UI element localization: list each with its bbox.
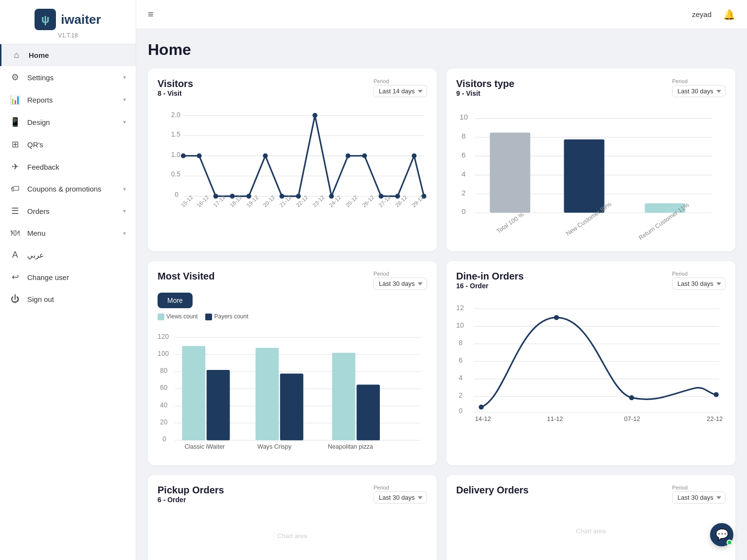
svg-text:Neapolitan pizza: Neapolitan pizza bbox=[328, 443, 373, 450]
payers-legend-label: Payers count bbox=[214, 313, 248, 320]
visitors-type-chart: 10 8 6 4 2 0 bbox=[456, 105, 726, 242]
svg-text:80: 80 bbox=[160, 367, 168, 374]
most-visited-period-select[interactable]: Last 30 days Last 14 days bbox=[374, 278, 427, 290]
nav-icon-feedback: ✈ bbox=[10, 161, 20, 172]
most-visited-legend: Views count Payers count bbox=[158, 313, 427, 320]
dine-in-card: Dine-in Orders 16 - Order Period Last 30… bbox=[446, 261, 735, 465]
chat-bubble[interactable]: 💬 bbox=[710, 523, 733, 546]
nav-label-coupons: Coupons & promotions bbox=[27, 185, 116, 193]
sidebar-item-qrs[interactable]: ⊞ QR's bbox=[0, 133, 136, 156]
sidebar-item-design[interactable]: 📱 Design ▾ bbox=[0, 111, 136, 133]
nav-label-design: Design bbox=[27, 118, 116, 126]
dine-in-subtitle: 16 - Order bbox=[456, 282, 524, 290]
nav-label-settings: Settings bbox=[27, 73, 116, 82]
svg-point-20 bbox=[346, 153, 351, 158]
menu-toggle-icon[interactable]: ≡ bbox=[148, 9, 154, 20]
delivery-chart-placeholder: Chart area bbox=[456, 507, 726, 555]
nav-label-orders: Orders bbox=[27, 207, 116, 215]
sidebar-item-feedback[interactable]: ✈ Feedback bbox=[0, 156, 136, 178]
sidebar-item-coupons[interactable]: 🏷 Coupons & promotions ▾ bbox=[0, 178, 136, 200]
dashboard-grid: Visitors 8 - Visit Period Last 14 days L… bbox=[148, 69, 735, 560]
sidebar-logo: ψ iwaiter V1.T.18 bbox=[0, 0, 136, 44]
sidebar-item-menu[interactable]: 🍽 Menu ▾ bbox=[0, 222, 136, 244]
svg-text:10: 10 bbox=[456, 321, 464, 329]
payers-legend-dot bbox=[205, 314, 212, 320]
svg-point-16 bbox=[280, 194, 285, 199]
svg-text:6: 6 bbox=[462, 151, 465, 159]
main-area: ≡ zeyad 🔔 Home Visitors 8 - Visit Period… bbox=[136, 0, 747, 560]
svg-text:60: 60 bbox=[160, 384, 168, 391]
nav-icon-orders: ☰ bbox=[10, 206, 20, 216]
pickup-subtitle: 6 - Order bbox=[158, 496, 224, 504]
nav-icon-sign-out: ⏻ bbox=[10, 294, 20, 304]
svg-text:40: 40 bbox=[160, 401, 168, 409]
visitors-type-card: Visitors type 9 - Visit Period Last 30 d… bbox=[446, 69, 735, 251]
svg-point-98 bbox=[629, 395, 634, 400]
sidebar-item-reports[interactable]: 📊 Reports ▾ bbox=[0, 88, 136, 111]
svg-point-10 bbox=[181, 153, 186, 158]
svg-point-24 bbox=[412, 153, 417, 158]
svg-text:8: 8 bbox=[462, 132, 465, 140]
svg-point-21 bbox=[362, 153, 367, 158]
nav-icon-design: 📱 bbox=[10, 117, 20, 127]
delivery-period-select[interactable]: Last 30 days Last 14 days bbox=[672, 491, 726, 504]
chevron-design-icon: ▾ bbox=[123, 119, 126, 125]
svg-text:0: 0 bbox=[459, 407, 462, 415]
nav-icon-qrs: ⊞ bbox=[10, 139, 20, 150]
visitors-type-subtitle: 9 - Visit bbox=[456, 89, 515, 97]
svg-text:Classic iWaiter: Classic iWaiter bbox=[184, 443, 225, 450]
sidebar-item-orders[interactable]: ☰ Orders ▾ bbox=[0, 200, 136, 222]
svg-text:12: 12 bbox=[456, 304, 464, 312]
visitors-period-select[interactable]: Last 14 days Last 30 days Last 7 days bbox=[374, 85, 427, 97]
svg-text:0.5: 0.5 bbox=[171, 170, 181, 178]
dine-in-period-select[interactable]: Last 30 days Last 14 days bbox=[672, 278, 726, 290]
nav-icon-coupons: 🏷 bbox=[10, 184, 20, 194]
most-visited-chart: 120 100 80 60 40 20 0 bbox=[158, 325, 427, 455]
svg-text:2.0: 2.0 bbox=[171, 111, 181, 119]
svg-rect-77 bbox=[332, 352, 356, 440]
svg-rect-74 bbox=[207, 370, 230, 440]
views-legend-label: Views count bbox=[166, 313, 197, 320]
nav-label-menu: Menu bbox=[27, 229, 116, 237]
sidebar-item-settings[interactable]: ⚙ Settings ▾ bbox=[0, 66, 136, 88]
visitors-type-period-select[interactable]: Last 30 days Last 14 days Last 7 days bbox=[672, 85, 726, 97]
page-title: Home bbox=[148, 41, 735, 59]
svg-point-15 bbox=[263, 153, 268, 158]
pickup-period-select[interactable]: Last 30 days Last 14 days bbox=[374, 491, 427, 504]
visitors-type-period-label: Period bbox=[672, 78, 726, 84]
svg-point-19 bbox=[329, 194, 334, 199]
sidebar-item-arabic[interactable]: A عربي bbox=[0, 244, 136, 266]
sidebar: ψ iwaiter V1.T.18 ⌂ Home ⚙ Settings ▾ 📊 … bbox=[0, 0, 136, 560]
svg-text:15-12: 15-12 bbox=[180, 194, 194, 209]
page-content: Home Visitors 8 - Visit Period Last 14 d… bbox=[136, 29, 747, 560]
svg-text:0: 0 bbox=[175, 191, 178, 198]
sidebar-item-home[interactable]: ⌂ Home bbox=[0, 44, 136, 66]
svg-text:2: 2 bbox=[462, 189, 465, 197]
chevron-reports-icon: ▾ bbox=[123, 96, 126, 103]
pickup-chart-placeholder: Chart area bbox=[158, 511, 427, 560]
svg-text:07-12: 07-12 bbox=[624, 415, 640, 422]
sidebar-item-change-user[interactable]: ↩ Change user bbox=[0, 266, 136, 288]
svg-rect-76 bbox=[280, 373, 303, 440]
delivery-period-label: Period bbox=[672, 485, 726, 490]
chevron-menu-icon: ▾ bbox=[123, 230, 126, 237]
chevron-coupons-icon: ▾ bbox=[123, 186, 126, 192]
dine-in-title: Dine-in Orders bbox=[456, 271, 524, 282]
more-button[interactable]: More bbox=[158, 293, 193, 308]
visitors-type-title: Visitors type bbox=[456, 78, 515, 89]
svg-text:8: 8 bbox=[459, 339, 462, 347]
svg-point-99 bbox=[714, 392, 719, 397]
svg-text:1.0: 1.0 bbox=[171, 151, 181, 158]
logo-icon: ψ bbox=[35, 9, 56, 30]
svg-rect-73 bbox=[182, 346, 205, 440]
notification-bell-icon[interactable]: 🔔 bbox=[723, 9, 735, 20]
svg-text:4: 4 bbox=[459, 374, 462, 382]
svg-text:4: 4 bbox=[462, 170, 466, 178]
visitors-card: Visitors 8 - Visit Period Last 14 days L… bbox=[148, 69, 437, 251]
dine-in-chart: 12 10 8 6 4 2 0 bbox=[456, 298, 726, 425]
svg-text:120: 120 bbox=[158, 332, 169, 340]
nav-label-qrs: QR's bbox=[27, 140, 126, 149]
svg-text:Ways Crispy: Ways Crispy bbox=[257, 443, 292, 450]
sidebar-item-sign-out[interactable]: ⏻ Sign out bbox=[0, 288, 136, 310]
delivery-title: Delivery Orders bbox=[456, 485, 529, 496]
